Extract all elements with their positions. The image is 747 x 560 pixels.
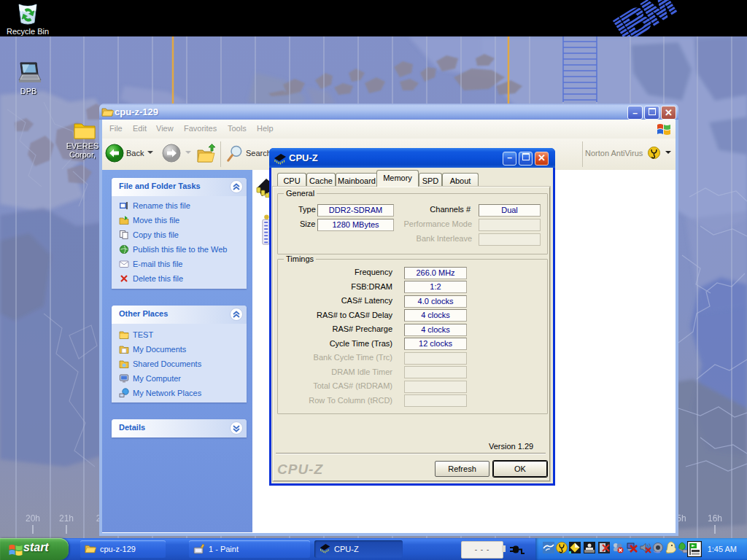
svg-text:21h: 21h [59,513,74,524]
svg-text:IBM: IBM [608,0,681,36]
svg-text:20h: 20h [26,513,40,524]
svg-text:16h: 16h [708,513,722,524]
